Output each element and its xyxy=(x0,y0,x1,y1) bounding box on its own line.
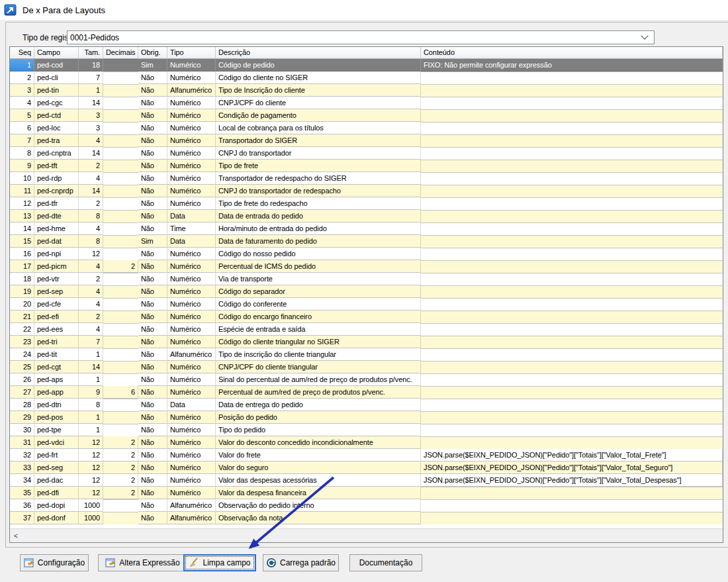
cell-decimais xyxy=(103,222,138,223)
table-row[interactable]: 3ped-tin1NãoAlfanuméricoTipo de Inscriçã… xyxy=(10,84,723,97)
cell-descricao: Hora/minuto de entrada do pedido xyxy=(216,222,421,235)
cell-seq: 27 xyxy=(10,386,34,399)
cell-tam: 1 xyxy=(79,348,103,361)
cell-conteudo xyxy=(421,348,723,349)
table-row[interactable]: 36ped-dopi1000NãoAlfanuméricoObservação … xyxy=(10,499,723,512)
table-row[interactable]: 26ped-aps1NãoNuméricoSinal do percentual… xyxy=(10,373,723,386)
table-row[interactable]: 37ped-donf1000NãoAlfanuméricoObservação … xyxy=(10,512,723,524)
carrega-padrao-button[interactable]: Carrega padrão xyxy=(263,554,339,571)
table-row[interactable]: 12ped-tfr2NãoNuméricoTipo de frete do re… xyxy=(10,197,723,210)
table-row[interactable]: 21ped-efi2NãoNuméricoCódigo do encargo f… xyxy=(10,311,723,323)
column-header-obrig[interactable]: Obrig. xyxy=(138,47,167,59)
table-row[interactable]: 29ped-pos1NãoNuméricoPosição do pedido xyxy=(10,411,723,424)
scroll-left-icon[interactable]: < xyxy=(10,529,22,542)
table-row[interactable]: 33ped-seg122NãoNuméricoValor do seguroJS… xyxy=(10,461,723,474)
cell-tam: 1 xyxy=(79,424,103,436)
table-row[interactable]: 27ped-app96NãoNuméricoPercentual de aum/… xyxy=(10,386,723,399)
configuracao-button[interactable]: Configuração xyxy=(20,554,89,571)
column-header-descricao[interactable]: Descrição xyxy=(216,47,421,59)
cell-tipo: Numérico xyxy=(167,134,216,147)
cell-tam: 2 xyxy=(79,197,103,210)
table-row[interactable]: 18ped-vtr2NãoNuméricoVia de transporte xyxy=(10,273,723,285)
cell-descricao: Tipo de frete xyxy=(216,160,421,172)
table-row[interactable]: 23ped-tri7NãoNuméricoCódigo do cliente t… xyxy=(10,336,723,348)
cell-seq: 14 xyxy=(10,222,34,235)
cell-descricao: Código de pedido xyxy=(216,59,421,72)
cell-tam: 14 xyxy=(79,97,103,109)
column-header-campo[interactable]: Campo xyxy=(34,47,79,59)
cell-tipo: Numérico xyxy=(167,411,216,424)
column-header-tipo[interactable]: Tipo xyxy=(167,47,216,59)
cell-conteudo xyxy=(421,487,723,487)
cell-decimais xyxy=(103,97,138,97)
cell-descricao: Valor do desconto concedido incondiciona… xyxy=(216,436,421,449)
cell-decimais: 2 xyxy=(103,474,138,487)
cell-tam: 4 xyxy=(79,222,103,235)
cell-descricao: Tipo de frete do redespacho xyxy=(216,197,421,210)
table-row[interactable]: 5ped-ctd3NãoNuméricoCondição de pagament… xyxy=(10,109,723,122)
cell-tam: 4 xyxy=(79,172,103,185)
column-header-seq[interactable]: Seq xyxy=(10,47,34,59)
column-header-tam[interactable]: Tam. xyxy=(79,47,103,59)
cell-campo: ped-ctd xyxy=(34,109,79,122)
table-row[interactable]: 25ped-cgt14NãoNuméricoCNPJ/CPF do client… xyxy=(10,361,723,373)
cell-seq: 7 xyxy=(10,134,34,147)
column-header-decimais[interactable]: Decimais xyxy=(103,47,138,59)
cell-tipo: Data xyxy=(167,235,216,248)
horizontal-scrollbar[interactable]: < xyxy=(10,528,723,542)
table-row[interactable]: 31ped-vdci122NãoNuméricoValor do descont… xyxy=(10,436,723,449)
table-row[interactable]: 24ped-tit1NãoAlfanuméricoTipo de inscriç… xyxy=(10,348,723,361)
table-row[interactable]: 30ped-tpe1NãoNuméricoTipo do pedido xyxy=(10,424,723,436)
limpa-campo-button[interactable]: Limpa campo xyxy=(183,554,256,571)
table-row[interactable]: 7ped-tra4NãoNuméricoTransportador do SIG… xyxy=(10,134,723,147)
table-row[interactable]: 16ped-npi12NãoNuméricoCódigo do nosso pe… xyxy=(10,248,723,260)
documentacao-button[interactable]: Documentação xyxy=(349,554,422,571)
cell-decimais xyxy=(103,160,138,160)
cell-seq: 17 xyxy=(10,260,34,273)
cell-obrig: Sim xyxy=(138,235,167,248)
cell-campo: ped-seg xyxy=(34,461,79,474)
cell-descricao: Código do cliente triangular no SIGER xyxy=(216,336,421,348)
cell-campo: ped-tri xyxy=(34,336,79,348)
table-row[interactable]: 28ped-dtn8NãoDataData de entrega do pedi… xyxy=(10,399,723,411)
cell-conteudo xyxy=(421,134,723,135)
table-row[interactable]: 17ped-picm42NãoNuméricoPercentual de ICM… xyxy=(10,260,723,273)
cell-campo: ped-dte xyxy=(34,210,79,222)
table-row[interactable]: 15ped-dat8SimDataData de faturamento do … xyxy=(10,235,723,248)
cell-conteudo xyxy=(421,499,723,500)
table-row[interactable]: 2ped-cli7NãoNuméricoCódigo do cliente no… xyxy=(10,72,723,84)
cell-conteudo: JSON.parse($EIXN_PEDIDO_JSON)["Pedido"][… xyxy=(421,474,723,487)
cell-decimais xyxy=(103,235,138,236)
table-row[interactable]: 8ped-cnptra14NãoNuméricoCNPJ do transpor… xyxy=(10,147,723,160)
table-row[interactable]: 34ped-dac122NãoNuméricoValor das despesa… xyxy=(10,474,723,487)
cell-seq: 16 xyxy=(10,248,34,260)
cell-descricao: Valor do frete xyxy=(216,449,421,461)
table-row[interactable]: 32ped-frt122NãoNuméricoValor do freteJSO… xyxy=(10,449,723,461)
cell-tipo: Numérico xyxy=(167,109,216,122)
altera-expressao-button[interactable]: Altera Expressão xyxy=(98,554,187,571)
record-type-select[interactable]: 0001-Pedidos xyxy=(67,30,655,44)
table-row[interactable]: 10ped-rdp4NãoNuméricoTransportador de re… xyxy=(10,172,723,185)
table-row[interactable]: 22ped-ees4NãoNuméricoEspécie de entrada … xyxy=(10,323,723,336)
table-row[interactable]: 9ped-tft2NãoNuméricoTipo de frete xyxy=(10,160,723,172)
cell-tam: 4 xyxy=(79,260,103,273)
table-row[interactable]: 1ped-cod18SimNuméricoCódigo de pedidoFIX… xyxy=(10,59,723,72)
cell-seq: 15 xyxy=(10,235,34,248)
table-row[interactable]: 4ped-cgc14NãoNuméricoCNPJ/CPF do cliente xyxy=(10,97,723,109)
cell-obrig: Não xyxy=(138,298,167,311)
table-row[interactable]: 19ped-sep4NãoNuméricoCódigo do separador xyxy=(10,285,723,298)
button-label: Configuração xyxy=(38,558,85,567)
table-row[interactable]: 13ped-dte8NãoDataData de entrada do pedi… xyxy=(10,210,723,222)
table-row[interactable]: 6ped-loc3NãoNuméricoLocal de cobrança pa… xyxy=(10,122,723,134)
cell-campo: ped-cgt xyxy=(34,361,79,373)
cell-obrig: Não xyxy=(138,386,167,399)
cell-conteudo xyxy=(421,411,723,412)
column-header-conteudo[interactable]: Conteúdo xyxy=(421,47,723,59)
cell-conteudo xyxy=(421,436,723,437)
table-row[interactable]: 20ped-cfe4NãoNuméricoCódigo do conferent… xyxy=(10,298,723,311)
cell-descricao: Espécie de entrada e saída xyxy=(216,323,421,336)
table-row[interactable]: 11ped-cnprdp14NãoNuméricoCNPJ do transpo… xyxy=(10,185,723,197)
table-row[interactable]: 14ped-hme4NãoTimeHora/minuto de entrada … xyxy=(10,222,723,235)
table-row[interactable]: 35ped-dfi122NãoNuméricoValor da despesa … xyxy=(10,487,723,499)
cell-seq: 1 xyxy=(10,59,34,72)
